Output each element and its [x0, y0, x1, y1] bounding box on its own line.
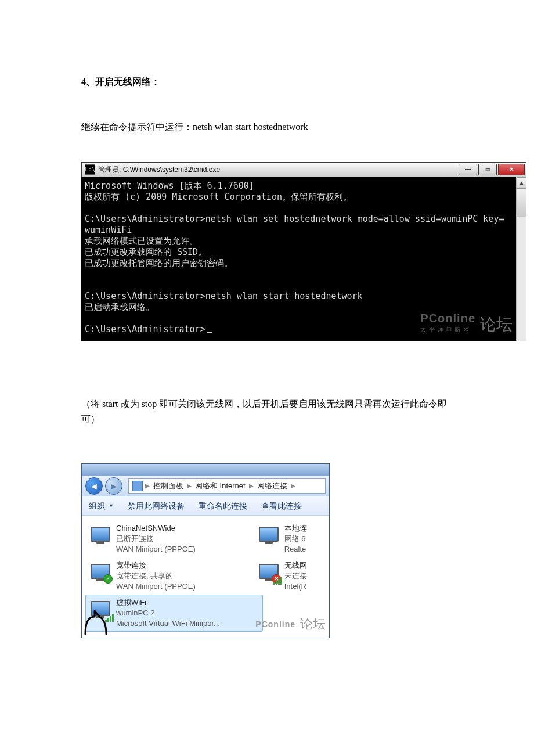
- breadcrumb-segment[interactable]: 网络和 Internet: [194, 480, 247, 492]
- connection-status: 未连接: [284, 571, 307, 581]
- connection-device: Realte: [284, 544, 307, 555]
- toolbar-view[interactable]: 查看此连接: [254, 499, 309, 512]
- cmd-body: Microsoft Windows [版本 6.1.7600] 版权所有 (c)…: [81, 177, 526, 341]
- explorer-toolbar: 组织 ▼ 禁用此网络设备 重命名此连接 查看此连接: [82, 496, 329, 516]
- connection-name: 本地连: [284, 523, 307, 534]
- cmd-line: 版权所有 (c) 2009 Microsoft Corporation。保留所有…: [85, 192, 524, 203]
- cmd-title: 管理员: C:\Windows\system32\cmd.exe: [98, 164, 459, 175]
- chevron-right-icon: ▶: [291, 481, 295, 491]
- chevron-right-icon: ▶: [145, 481, 150, 491]
- toolbar-disable[interactable]: 禁用此网络设备: [121, 499, 192, 512]
- close-button[interactable]: ✕: [498, 164, 525, 175]
- connection-icon: [258, 523, 280, 545]
- cmd-line: C:\Users\Administrator>netsh wlan set ho…: [85, 214, 524, 225]
- scrollbar[interactable]: ▲: [516, 177, 526, 341]
- chevron-right-icon: ▶: [187, 481, 192, 491]
- connection-item-selected[interactable]: 虚拟WiFi wuminPC 2 Microsoft Virtual WiFi …: [85, 595, 263, 632]
- nav-forward-button[interactable]: ►: [105, 477, 122, 495]
- connection-name: 宽带连接: [116, 560, 196, 571]
- cmd-prompt: C:\Users\Administrator>: [85, 324, 205, 334]
- cmd-line: 已成功更改托管网络的用户密钥密码。: [85, 258, 524, 269]
- connection-status: 已断开连接: [116, 534, 196, 544]
- connection-item[interactable]: ✓ 宽带连接 宽带连接, 共享的 WAN Miniport (PPPOE): [85, 557, 254, 595]
- connection-name: 无线网: [284, 560, 307, 571]
- connection-name: ChinaNetSNWide: [116, 523, 196, 534]
- connection-icon: [89, 523, 111, 545]
- cmd-icon: C:\: [85, 164, 95, 175]
- cmd-titlebar: C:\ 管理员: C:\Windows\system32\cmd.exe — ▭…: [81, 162, 526, 177]
- watermark: PConline 太 平 洋 电 脑 网 论坛: [420, 313, 513, 335]
- cmd-line: 已成功更改承载网络的 SSID。: [85, 247, 524, 258]
- hand-annotation-icon: [83, 609, 111, 636]
- connection-device: WAN Miniport (PPPOE): [116, 581, 196, 592]
- chevron-down-icon: ▼: [109, 502, 114, 510]
- toolbar-organize[interactable]: 组织 ▼: [82, 499, 121, 512]
- explorer-body: ChinaNetSNWide 已断开连接 WAN Miniport (PPPOE…: [82, 516, 329, 638]
- cmd-line: Microsoft Windows [版本 6.1.7600]: [85, 181, 524, 192]
- cmd-line: [85, 203, 524, 214]
- cmd-line: C:\Users\Administrator>netsh wlan start …: [85, 291, 524, 302]
- watermark-logo: PConline: [255, 618, 295, 631]
- cmd-line: [85, 269, 524, 280]
- breadcrumb-segment[interactable]: 网络连接: [256, 480, 288, 492]
- scroll-up-icon[interactable]: ▲: [517, 177, 526, 188]
- section-heading: 4、开启无线网络：: [81, 74, 453, 89]
- connection-status: 网络 6: [284, 534, 307, 544]
- explorer-navbar: ◄ ► ▶ 控制面板 ▶ 网络和 Internet ▶ 网络连接 ▶: [82, 476, 329, 496]
- paragraph-command: 继续在命令提示符中运行：netsh wlan start hostednetwo…: [81, 120, 453, 135]
- cmd-window: C:\ 管理员: C:\Windows\system32\cmd.exe — ▭…: [81, 162, 526, 341]
- connection-device: WAN Miniport (PPPOE): [116, 544, 196, 555]
- connection-item[interactable]: ChinaNetSNWide 已断开连接 WAN Miniport (PPPOE…: [85, 520, 254, 557]
- folder-icon: [132, 481, 143, 491]
- paragraph-note: （将 start 改为 stop 即可关闭该无线网，以后开机后要启用该无线网只需…: [81, 397, 453, 426]
- checkmark-icon: ✓: [103, 574, 113, 584]
- breadcrumb-segment[interactable]: 控制面板: [152, 480, 185, 492]
- watermark-logo: PConline: [420, 313, 475, 324]
- connection-status: wuminPC 2: [116, 608, 220, 618]
- address-bar[interactable]: ▶ 控制面板 ▶ 网络和 Internet ▶ 网络连接 ▶: [128, 478, 326, 494]
- explorer-window: ◄ ► ▶ 控制面板 ▶ 网络和 Internet ▶ 网络连接 ▶ 组织 ▼ …: [81, 463, 330, 638]
- maximize-button[interactable]: ▭: [478, 164, 497, 175]
- connection-icon: ✓: [89, 560, 111, 582]
- cursor-icon: [207, 332, 212, 333]
- toolbar-rename[interactable]: 重命名此连接: [192, 499, 254, 512]
- cmd-line: 承载网络模式已设置为允许。: [85, 236, 524, 247]
- connection-item[interactable]: ✕ 无线网 未连接 Intel(R: [254, 557, 326, 595]
- connection-device: Intel(R: [284, 581, 307, 592]
- signal-icon: [273, 577, 282, 585]
- minimize-button[interactable]: —: [459, 164, 477, 175]
- toolbar-label: 组织: [89, 499, 105, 512]
- connection-device: Microsoft Virtual WiFi Minipor...: [116, 618, 220, 629]
- watermark-sub: 太 平 洋 电 脑 网: [420, 324, 475, 335]
- cmd-line: wuminWiFi: [85, 225, 524, 236]
- scroll-thumb[interactable]: [517, 188, 526, 217]
- connection-item[interactable]: 本地连 网络 6 Realte: [254, 520, 326, 557]
- watermark-bbs: 论坛: [480, 319, 513, 330]
- connection-icon: ✕: [258, 560, 280, 582]
- chevron-right-icon: ▶: [249, 481, 254, 491]
- cmd-line: [85, 280, 524, 291]
- explorer-caption: [82, 464, 329, 476]
- connection-status: 宽带连接, 共享的: [116, 571, 196, 581]
- watermark: PConline 论坛: [255, 614, 326, 634]
- connection-name: 虚拟WiFi: [116, 597, 220, 608]
- watermark-bbs: 论坛: [300, 614, 326, 634]
- nav-back-button[interactable]: ◄: [85, 477, 103, 495]
